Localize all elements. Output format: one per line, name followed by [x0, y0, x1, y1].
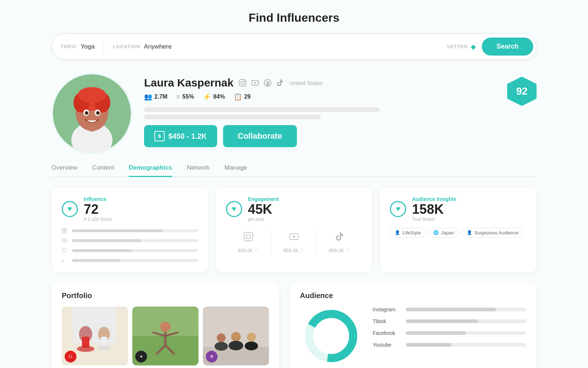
- audience-bar-youtube: Youtube: [373, 342, 526, 348]
- engagement-heart-icon: ♥: [232, 205, 236, 213]
- bar-facebook-track: [72, 249, 198, 252]
- facebook-icon[interactable]: [263, 78, 272, 88]
- svg-point-38: [160, 322, 171, 332]
- tag-suspicious-label: Suspicious Audience: [474, 230, 519, 236]
- tab-content[interactable]: Content: [92, 164, 114, 177]
- influence-icon-wrap: ♥: [62, 201, 78, 217]
- bar-tiktok: ♪: [62, 258, 198, 263]
- eng-tiktok-count: 859.2K ♡: [329, 247, 350, 253]
- svg-point-14: [244, 81, 245, 82]
- topic-value[interactable]: Yoga: [81, 43, 95, 50]
- svg-point-19: [63, 229, 65, 231]
- engagement-icon: ≡: [176, 93, 180, 101]
- price-button[interactable]: $ $450 - 1.2K: [144, 125, 217, 147]
- audience-insights-card: ♥ Audience Insights 158K True Reach 👤 Li…: [380, 187, 537, 272]
- audience-tiktok-label: Tiktok: [373, 318, 402, 324]
- page-title: Find Influencers: [51, 11, 537, 25]
- tab-network[interactable]: Network: [187, 164, 210, 177]
- eng-youtube: 859.2K ♡: [272, 228, 317, 257]
- portfolio-image-2[interactable]: ★: [132, 307, 198, 365]
- engagement-icon-wrap: ♥: [226, 201, 242, 217]
- audience-tiktok-fill: [406, 319, 478, 323]
- influence-label: Influence: [84, 196, 112, 202]
- svg-point-54: [313, 318, 349, 354]
- youtube-icon[interactable]: [250, 78, 260, 88]
- authenticity-value: 84%: [213, 93, 225, 100]
- audience-insights-heart-icon: ♥: [396, 205, 400, 213]
- donut-chart-wrap: [300, 307, 362, 365]
- svg-marker-16: [255, 82, 257, 84]
- engagement-card: ♥ Engagement 45K per post 859.2K ♡: [216, 187, 373, 272]
- svg-point-11: [96, 111, 100, 115]
- eng-tiktok-icon: [334, 231, 345, 244]
- action-buttons: $ $450 - 1.2K Collaborate: [144, 125, 537, 147]
- bar-instagram-track: [72, 229, 198, 232]
- text-lines: [144, 107, 537, 119]
- audience-youtube-label: Youtube: [373, 342, 402, 348]
- tab-overview[interactable]: Overview: [51, 164, 78, 177]
- tag-japan-label: Japan: [441, 230, 454, 236]
- audience-facebook-fill: [406, 331, 466, 335]
- svg-rect-23: [244, 232, 252, 241]
- audience-bar-facebook: Facebook: [373, 330, 526, 336]
- eng-youtube-heart: ♡: [300, 247, 305, 253]
- audience-instagram-fill: [406, 308, 496, 311]
- portfolio-image-3[interactable]: ✿: [203, 307, 269, 365]
- svg-point-22: [62, 248, 67, 252]
- bar-facebook-icon: [62, 248, 68, 254]
- tab-manage[interactable]: Manage: [225, 164, 247, 177]
- audience-insights-value: 158K: [412, 202, 456, 217]
- influence-value: 72: [84, 202, 112, 217]
- tab-demographics[interactable]: Demographics: [129, 164, 172, 177]
- svg-point-51: [245, 342, 258, 350]
- audience-instagram-track: [406, 308, 526, 311]
- instagram-icon[interactable]: [238, 78, 247, 88]
- svg-point-34: [97, 345, 111, 350]
- influence-label-group: Influence 72 A 1-100 Score: [84, 196, 112, 222]
- stats-row: 👥 2.7M ≡ 55% ⚡ 84% 📋 29: [144, 93, 537, 101]
- eng-tiktok-heart: ♡: [345, 247, 350, 253]
- svg-rect-12: [239, 79, 246, 86]
- bar-tiktok-fill: [72, 259, 120, 262]
- profile-section: Laura Kaspernak: [51, 73, 537, 154]
- followers-stat: 👥 2.7M: [144, 93, 168, 101]
- collaborate-button[interactable]: Collaborate: [223, 125, 297, 147]
- bar-youtube: [62, 238, 198, 244]
- search-bar: TOPIC Yoga LOCATION Anywhere Vetted ◆ Se…: [51, 33, 537, 60]
- bottom-section: Portfolio: [51, 283, 537, 368]
- tag-japan: 🌐 Japan: [429, 228, 459, 238]
- audience-insights-label-group: Audience Insights 158K True Reach: [412, 196, 456, 222]
- engagement-value: 45K: [248, 202, 279, 217]
- posts-stat: 📋 29: [234, 93, 251, 101]
- name-row: Laura Kaspernak: [144, 77, 537, 89]
- portfolio-badge-1: LL: [65, 351, 76, 362]
- audience-youtube-track: [406, 343, 526, 347]
- location-value[interactable]: Anywhere: [144, 43, 172, 50]
- audience-card: Audience Instagram: [290, 283, 537, 368]
- bar-facebook: [62, 248, 198, 254]
- text-line-1: [144, 107, 380, 112]
- tiktok-icon[interactable]: [275, 78, 285, 88]
- eng-instagram-count: 859.2K ♡: [238, 247, 259, 253]
- engagement-label: Engagement: [248, 196, 279, 202]
- audience-insights-header: ♥ Audience Insights 158K True Reach: [390, 196, 526, 222]
- influence-sublabel: A 1-100 Score: [84, 217, 112, 222]
- portfolio-image-1[interactable]: LL: [62, 307, 128, 365]
- audience-title: Audience: [300, 291, 526, 300]
- audience-youtube-fill: [406, 343, 452, 347]
- tag-suspicious: 👤 Suspicious Audience: [462, 228, 523, 238]
- influencer-name: Laura Kaspernak: [144, 77, 233, 89]
- search-button[interactable]: Search: [482, 38, 533, 56]
- svg-point-48: [231, 332, 241, 342]
- bar-facebook-fill: [72, 249, 132, 252]
- text-line-2: [144, 115, 321, 119]
- followers-value: 2.7M: [154, 93, 168, 100]
- influence-card: ♥ Influence 72 A 1-100 Score: [51, 187, 208, 272]
- bar-youtube-track: [72, 239, 198, 242]
- authenticity-stat: ⚡ 84%: [203, 93, 225, 101]
- svg-point-24: [246, 234, 251, 239]
- eng-instagram: 859.2K ♡: [226, 228, 272, 257]
- svg-rect-28: [73, 307, 117, 343]
- location-label: LOCATION: [113, 44, 140, 49]
- audience-insights-label: Audience Insights: [412, 196, 456, 202]
